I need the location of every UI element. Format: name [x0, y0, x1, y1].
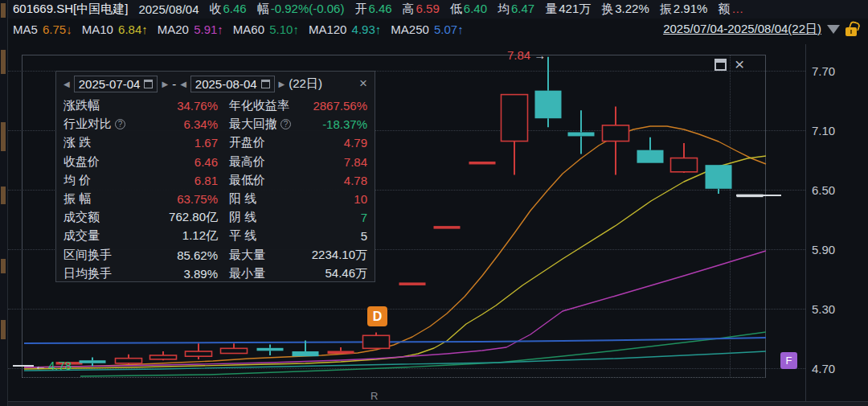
stats-row: 成交量1.12亿平 线5 — [63, 227, 367, 245]
ma-item: MA60 5.10↑ — [233, 23, 299, 36]
candle[interactable] — [150, 351, 177, 360]
candle[interactable] — [221, 343, 248, 353]
candle[interactable] — [671, 143, 698, 173]
ma-item: MA10 6.84↑ — [82, 23, 148, 36]
ma-item-label: MA10 — [82, 23, 117, 36]
ma-indicator-bar: MA5 6.75↓MA10 6.84↑MA20 5.91↑MA60 5.10↑M… — [8, 18, 868, 39]
quote-item: 均6.47 — [497, 2, 534, 17]
quote-item: 收6.46 — [209, 2, 246, 17]
side-toolbar-fragment — [1, 320, 6, 339]
ma-item-value: 6.84↑ — [118, 23, 148, 36]
quote-item-value: -0.92%(-0.06) — [271, 2, 345, 15]
quote-item-label: 换 — [601, 2, 613, 15]
candle[interactable] — [363, 333, 390, 350]
prev-date-arrow[interactable]: ◀ — [180, 80, 186, 88]
candle[interactable] — [186, 343, 212, 359]
quote-item-label: 额 — [718, 2, 730, 15]
next-date-arrow[interactable]: ▶ — [279, 80, 285, 88]
quote-item: 低6.40 — [450, 2, 487, 17]
stats-label: 涨跌幅 — [63, 98, 141, 113]
end-date-value: 2025-08-04 — [195, 77, 257, 91]
candle[interactable] — [469, 162, 496, 165]
ma-item-value: 6.75↓ — [43, 23, 72, 36]
candle[interactable] — [257, 344, 284, 355]
stats-row: 均 价6.81最低价4.78 — [63, 171, 367, 190]
stats-value: 85.62% — [141, 248, 218, 262]
stats-label: 阴 线 — [229, 210, 306, 225]
stats-label: 开盘价 — [229, 135, 306, 150]
stats-value: 34.76% — [141, 99, 218, 113]
stats-row: 区间换手85.62%最大量2234.10万 — [63, 246, 367, 265]
quote-item-value: 2025/08/04 — [138, 2, 199, 16]
ma-item-label: MA5 — [13, 23, 41, 36]
prev-date-arrow[interactable]: ◀ — [63, 80, 70, 88]
candle[interactable] — [80, 357, 106, 366]
stats-value: 1.12亿 — [141, 228, 218, 244]
ma-item: MA250 5.07↑ — [391, 23, 463, 36]
end-date-picker[interactable]: 2025-08-04 — [190, 76, 275, 92]
stats-value: 2867.56% — [306, 99, 367, 113]
stats-label: 收盘价 — [63, 154, 141, 170]
stats-value: 6.34% — [141, 117, 218, 131]
candle[interactable] — [637, 137, 664, 163]
stats-value: 4.78 — [306, 174, 367, 187]
help-icon[interactable]: ? — [280, 119, 291, 129]
quote-item-label: 量 — [545, 2, 557, 15]
close-panel-icon[interactable]: × — [359, 76, 367, 92]
stats-label: 均 价 — [63, 173, 141, 188]
next-date-arrow[interactable]: ▶ — [162, 80, 168, 88]
candle[interactable] — [706, 165, 732, 194]
ma-item: MA20 5.91↑ — [158, 23, 223, 36]
stats-value: 63.75% — [141, 192, 218, 206]
ma-item: MA5 6.75↓ — [13, 23, 72, 36]
ma-item-value: 5.91↑ — [194, 23, 223, 36]
stats-value: 7.84 — [306, 155, 367, 169]
high-price-annotation: 7.84→ — [507, 48, 546, 62]
candle[interactable] — [399, 282, 426, 285]
stats-value: -18.37% — [306, 117, 367, 131]
stats-label: 区间换手 — [63, 248, 141, 263]
candle[interactable] — [603, 106, 629, 174]
candle[interactable] — [328, 347, 354, 354]
candle[interactable] — [434, 226, 461, 229]
close-window-icon[interactable]: × — [735, 57, 744, 72]
quote-item-label: 均 — [497, 2, 510, 15]
low-price-annotation: ← 4.78 — [13, 359, 72, 372]
candle[interactable] — [502, 95, 528, 175]
range-stats-header: ◀ 2025-07-04 ▶ - ◀ 2025-08-04 ▶ (22日) × — [56, 72, 375, 96]
restore-window-icon[interactable] — [714, 59, 727, 71]
side-toolbar-fragment — [1, 187, 6, 204]
stock-chart-window: 601669.SH[中国电建]2025/08/04收6.46幅-0.92%(-0… — [0, 0, 868, 406]
stats-value: 54.46万 — [306, 266, 367, 281]
quote-item: 高6.59 — [403, 2, 440, 17]
stats-label: 年化收益率 — [229, 98, 306, 113]
candle[interactable] — [535, 57, 562, 128]
quote-item: 量421万 — [545, 2, 591, 17]
start-date-picker[interactable]: 2025-07-04 — [74, 76, 158, 92]
stats-value: 5 — [306, 229, 367, 243]
stats-row: 振 幅63.75%阳 线10 — [63, 190, 367, 208]
stats-label: 成交额 — [63, 210, 141, 225]
stats-value: 2234.10万 — [306, 248, 367, 263]
stats-row: 行业对比?6.34%最大回撤?-18.37% — [63, 115, 367, 133]
calendar-icon[interactable] — [261, 80, 270, 88]
stats-label: 最大回撤? — [229, 117, 306, 132]
low-price-value: 4.78 — [48, 359, 72, 372]
date-separator: - — [172, 77, 176, 91]
days-count-label: (22日) — [289, 76, 322, 92]
stats-value: 10 — [306, 192, 367, 206]
help-icon[interactable]: ? — [115, 119, 125, 129]
stats-row: 日均换手3.89%最小量54.46万 — [63, 265, 367, 283]
event-badge-f[interactable]: F — [780, 352, 797, 369]
ma-item-value: 5.07↑ — [434, 23, 464, 36]
stats-value: 762.80亿 — [141, 210, 218, 225]
calendar-icon[interactable] — [144, 80, 153, 88]
quote-item-value: 601669.SH[中国电建] — [13, 2, 128, 15]
event-badge-d[interactable]: D — [367, 306, 387, 326]
side-toolbar-fragment — [1, 122, 6, 151]
quote-item: 601669.SH[中国电建] — [13, 2, 128, 17]
stats-label: 日均换手 — [63, 266, 141, 281]
stats-value: 4.79 — [306, 136, 367, 150]
candle[interactable] — [568, 110, 595, 154]
candle[interactable] — [116, 355, 142, 364]
